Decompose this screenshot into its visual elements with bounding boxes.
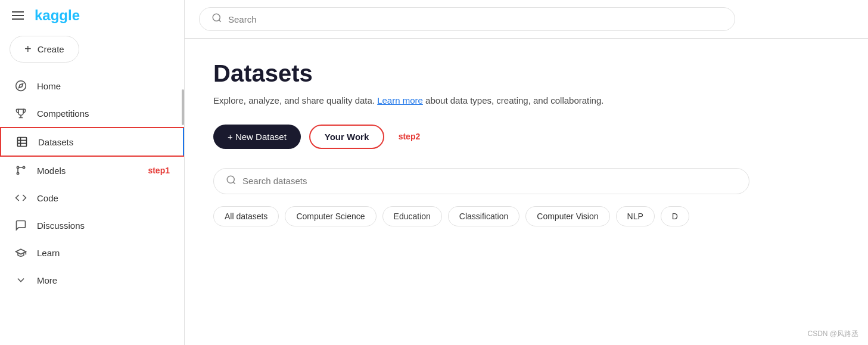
sidebar-item-code-label: Code [37, 193, 58, 203]
plus-icon: + [24, 42, 32, 56]
content-area: Datasets Explore, analyze, and share qua… [185, 39, 868, 345]
sidebar-item-models-label: Models [37, 166, 66, 176]
chip-classification[interactable]: Classification [448, 206, 519, 226]
chevron-down-icon [14, 273, 27, 287]
page-subtitle: Explore, analyze, and share quality data… [213, 94, 839, 108]
logo: kaggle [35, 7, 80, 24]
top-search-input[interactable] [228, 14, 723, 24]
chat-icon [14, 219, 27, 232]
sidebar-item-home[interactable]: Home [0, 72, 184, 100]
chip-nlp[interactable]: NLP [616, 206, 655, 226]
step2-annotation: step2 [399, 132, 421, 141]
sidebar-item-competitions[interactable]: Competitions [0, 100, 184, 127]
sidebar-nav: Home Competitions Datasets Models step1 [0, 72, 184, 294]
chip-computer-science[interactable]: Computer Science [285, 206, 376, 226]
datasets-search-input[interactable] [242, 176, 737, 186]
sidebar-item-models[interactable]: Models step1 [0, 157, 184, 184]
step1-label: step1 [148, 166, 170, 175]
new-dataset-button[interactable]: + New Dataset [213, 125, 301, 149]
your-work-button[interactable]: Your Work [309, 125, 384, 149]
branch-icon [14, 164, 27, 177]
sidebar-item-discussions-label: Discussions [37, 220, 85, 231]
sidebar-item-competitions-label: Competitions [37, 108, 89, 119]
search-datasets-icon [226, 175, 237, 188]
sidebar: kaggle + Create Home Competitions Datase… [0, 0, 185, 345]
top-search-container [199, 7, 735, 31]
sidebar-item-learn[interactable]: Learn [0, 239, 184, 266]
learn-more-link[interactable]: Learn more [377, 95, 423, 105]
main-content: Datasets Explore, analyze, and share qua… [185, 0, 868, 345]
chip-computer-vision[interactable]: Computer Vision [525, 206, 609, 226]
create-button[interactable]: + Create [10, 36, 79, 63]
sidebar-item-discussions[interactable]: Discussions [0, 212, 184, 239]
top-search-bar [185, 0, 868, 39]
svg-point-7 [17, 166, 18, 168]
code-icon [14, 191, 27, 204]
svg-point-10 [227, 176, 234, 183]
chip-education[interactable]: Education [382, 206, 442, 226]
table-icon [15, 135, 29, 148]
sidebar-item-datasets[interactable]: Datasets [0, 127, 184, 157]
trophy-icon [14, 107, 27, 120]
svg-point-5 [17, 172, 18, 174]
filter-chips: All datasets Computer Science Education … [213, 206, 839, 226]
svg-line-9 [219, 20, 220, 21]
create-label: Create [38, 44, 64, 54]
sidebar-item-code[interactable]: Code [0, 184, 184, 212]
svg-point-8 [213, 14, 220, 21]
sidebar-item-datasets-label: Datasets [38, 137, 73, 147]
chip-d[interactable]: D [661, 206, 689, 226]
sidebar-header: kaggle [0, 0, 184, 31]
sidebar-item-more-label: More [37, 275, 57, 285]
action-buttons: + New Dataset Your Work step2 [213, 125, 839, 149]
graduation-icon [14, 246, 27, 259]
search-icon [211, 13, 222, 26]
subtitle-text-2: about data types, creating, and collabor… [425, 95, 603, 105]
svg-rect-1 [18, 138, 27, 147]
chip-all-datasets[interactable]: All datasets [213, 206, 279, 226]
sidebar-item-more[interactable]: More [0, 266, 184, 294]
compass-icon [14, 79, 27, 92]
hamburger-icon[interactable] [10, 9, 26, 22]
sidebar-item-learn-label: Learn [37, 248, 60, 258]
svg-line-11 [233, 182, 235, 184]
sidebar-item-home-label: Home [37, 81, 61, 91]
datasets-search-bar [213, 168, 749, 194]
watermark: CSDN @风路丞 [807, 329, 858, 339]
svg-point-6 [23, 166, 24, 168]
svg-point-0 [16, 81, 26, 91]
scrollbar[interactable] [182, 89, 184, 125]
page-title: Datasets [213, 60, 839, 87]
subtitle-text-1: Explore, analyze, and share quality data… [213, 95, 375, 105]
